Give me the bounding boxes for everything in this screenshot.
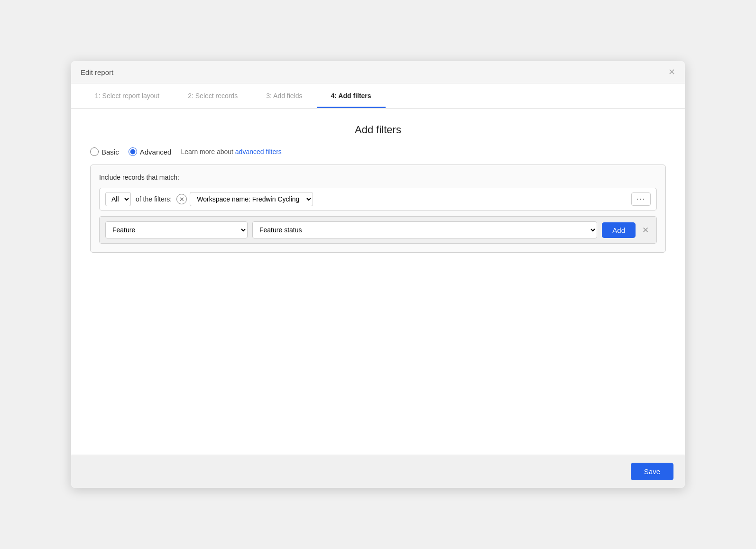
close-button[interactable]: ✕: [668, 68, 675, 76]
dialog-footer: Save: [71, 455, 685, 488]
workspace-filter-tag: ✕ Workspace name: Fredwin Cycling: [176, 192, 313, 206]
add-filter-button[interactable]: Add: [602, 222, 636, 238]
include-records-label: Include records that match:: [99, 174, 657, 181]
all-select[interactable]: All: [105, 192, 131, 206]
basic-radio[interactable]: [90, 147, 99, 156]
step-2[interactable]: 2: Select records: [174, 83, 252, 108]
save-button[interactable]: Save: [631, 463, 673, 480]
workspace-select[interactable]: Workspace name: Fredwin Cycling: [190, 192, 313, 206]
learn-more-text: Learn more about advanced filters: [181, 148, 281, 156]
page-title: Add filters: [90, 124, 666, 136]
filter-mode-group: Basic Advanced Learn more about advanced…: [90, 147, 666, 156]
filter-container: Include records that match: All of the f…: [90, 165, 666, 253]
filter-row-bottom: Feature Feature status Add ✕: [99, 216, 657, 244]
dialog-header: Edit report ✕: [71, 61, 685, 83]
step-4[interactable]: 4: Add filters: [317, 83, 386, 108]
of-filters-label: of the filters:: [136, 195, 172, 203]
basic-radio-label[interactable]: Basic: [90, 147, 119, 156]
edit-report-dialog: Edit report ✕ 1: Select report layout 2:…: [71, 61, 685, 488]
step-1[interactable]: 1: Select report layout: [81, 83, 174, 108]
step-3[interactable]: 3: Add fields: [252, 83, 316, 108]
feature-status-select[interactable]: Feature status: [252, 221, 597, 238]
dialog-title: Edit report: [81, 68, 113, 76]
advanced-radio-label[interactable]: Advanced: [129, 147, 172, 156]
remove-workspace-tag-button[interactable]: ✕: [176, 194, 187, 204]
more-options-button[interactable]: ···: [631, 192, 651, 206]
advanced-radio[interactable]: [129, 147, 137, 156]
remove-filter-row-button[interactable]: ✕: [640, 223, 651, 237]
advanced-filters-link[interactable]: advanced filters: [235, 148, 282, 156]
steps-nav: 1: Select report layout 2: Select record…: [71, 83, 685, 109]
feature-select[interactable]: Feature: [105, 221, 248, 238]
dialog-body: Add filters Basic Advanced Learn more ab…: [71, 109, 685, 455]
filter-row-top: All of the filters: ✕ Workspace name: Fr…: [99, 188, 657, 210]
